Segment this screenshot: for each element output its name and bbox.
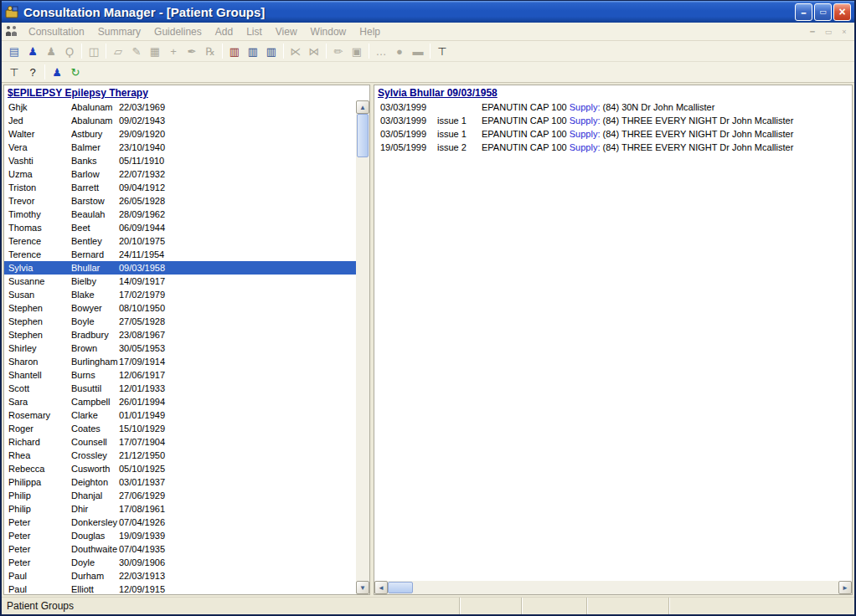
- vertical-scrollbar[interactable]: ▲ ▼: [356, 100, 369, 594]
- list-view-icon[interactable]: ⊤: [5, 64, 23, 80]
- menu-window[interactable]: Window: [304, 24, 353, 39]
- mdi-close-button[interactable]: ×: [838, 26, 851, 38]
- patient-row[interactable]: RogerCoates15/10/1929: [4, 422, 356, 435]
- menu-list[interactable]: List: [240, 24, 269, 39]
- help-icon[interactable]: ?: [23, 64, 42, 80]
- patient-row[interactable]: PeterDouthwaite07/04/1935: [4, 542, 356, 556]
- patient-row[interactable]: SylviaBhullar09/03/1958: [4, 261, 356, 275]
- medication-row[interactable]: 03/03/1999EPANUTIN CAP 100 Supply: (84) …: [374, 100, 852, 114]
- appointments-icon[interactable]: ◫: [85, 43, 103, 59]
- stamp-icon[interactable]: ▦: [146, 43, 164, 59]
- refresh-icon[interactable]: ↻: [66, 64, 85, 80]
- menu-help[interactable]: Help: [353, 24, 387, 39]
- patient-row[interactable]: PeterDoyle30/09/1906: [4, 556, 356, 569]
- patient-row[interactable]: SusanBlake17/02/1979: [4, 288, 356, 301]
- blue-book-icon[interactable]: ▥: [244, 43, 262, 59]
- patient-row[interactable]: VashtiBanks05/11/1910: [4, 154, 356, 167]
- patient-row[interactable]: GhjkAbalunam22/03/1969: [4, 100, 356, 114]
- patient-row[interactable]: JedAbalunam09/02/1943: [4, 114, 356, 127]
- patient-row[interactable]: RebeccaCusworth05/10/1925: [4, 462, 356, 475]
- patient-dob: 24/11/1954: [119, 249, 356, 259]
- patient-row[interactable]: PaulElliott12/09/1915: [4, 583, 356, 594]
- mdi-restore-button[interactable]: ▭: [822, 26, 835, 38]
- sign-icon[interactable]: ✒: [183, 43, 201, 59]
- table-icon[interactable]: ⊤: [433, 43, 451, 59]
- patient-row[interactable]: PhilippaDeighton03/01/1937: [4, 475, 356, 489]
- patient-row[interactable]: TerenceBentley20/10/1975: [4, 234, 356, 248]
- patient-row[interactable]: SusanneBielby14/09/1917: [4, 275, 356, 288]
- erase-icon[interactable]: ▱: [109, 43, 127, 59]
- vertical-scroll-thumb[interactable]: [357, 114, 369, 157]
- select-patient-2-icon[interactable]: ♟: [48, 64, 66, 80]
- scroll-right-button[interactable]: ►: [838, 581, 852, 594]
- close-button[interactable]: ×: [833, 3, 851, 21]
- merge-icon[interactable]: ⋈: [305, 43, 323, 59]
- record-icon[interactable]: ●: [390, 43, 409, 59]
- patient-dob: 12/01/1933: [119, 383, 356, 393]
- minimize-button[interactable]: ━: [795, 3, 812, 21]
- patient-row[interactable]: ThomasBeet06/09/1944: [4, 221, 356, 234]
- record-drug: EPANUTIN CAP 100: [482, 129, 570, 139]
- scroll-up-button[interactable]: ▲: [356, 100, 369, 114]
- medication-row[interactable]: 03/05/1999issue 1EPANUTIN CAP 100 Supply…: [374, 127, 852, 141]
- restore-button[interactable]: ▭: [814, 3, 832, 21]
- ellipsis-icon[interactable]: …: [372, 43, 390, 59]
- patient-row[interactable]: UzmaBarlow22/07/1932: [4, 167, 356, 181]
- patient-row[interactable]: TristonBarrett09/04/1912: [4, 181, 356, 194]
- patient-row[interactable]: PhilipDhir17/08/1961: [4, 502, 356, 516]
- patient-row[interactable]: StephenBoyle27/05/1928: [4, 315, 356, 328]
- medication-row[interactable]: 19/05/1999issue 2EPANUTIN CAP 100 Supply…: [374, 141, 852, 154]
- select-patient-icon[interactable]: ♟: [23, 43, 42, 59]
- patient-row[interactable]: StephenBradbury23/08/1967: [4, 328, 356, 341]
- patient-row[interactable]: RheaCrossley21/12/1950: [4, 449, 356, 462]
- cable-icon[interactable]: ▬: [409, 43, 427, 59]
- patient-row[interactable]: PaulDurham22/03/1913: [4, 569, 356, 583]
- patient-row[interactable]: SharonBurlingham17/09/1914: [4, 355, 356, 368]
- patient-row[interactable]: TerenceBernard24/11/1954: [4, 248, 356, 261]
- patient-row[interactable]: TimothyBeaulah28/09/1962: [4, 208, 356, 221]
- patient-row[interactable]: ShirleyBrown30/05/1953: [4, 341, 356, 355]
- menu-consultation[interactable]: Consultation: [22, 24, 91, 39]
- scroll-left-button[interactable]: ◄: [374, 581, 388, 594]
- document-icon[interactable]: ▣: [348, 43, 366, 59]
- scroll-down-button[interactable]: ▼: [356, 581, 369, 594]
- patient-row[interactable]: RichardCounsell17/07/1904: [4, 435, 356, 449]
- title-bar[interactable]: Consultation Manager - [Patient Groups] …: [2, 1, 854, 23]
- patient-row[interactable]: WalterAstbury29/09/1920: [4, 127, 356, 141]
- patient-row[interactable]: PeterDouglas19/09/1939: [4, 529, 356, 542]
- mdi-minimize-button[interactable]: ━: [806, 26, 819, 38]
- record-issue: issue 1: [437, 116, 482, 126]
- deselect-patient-icon[interactable]: ♟: [42, 43, 60, 59]
- menu-add[interactable]: Add: [209, 24, 240, 39]
- red-book-icon[interactable]: ▥: [225, 43, 244, 59]
- patient-first-name: Vera: [4, 142, 71, 152]
- patient-surname: Abalunam: [71, 102, 119, 112]
- patient-row[interactable]: SaraCampbell26/01/1994: [4, 395, 356, 408]
- link-icon[interactable]: ⋉: [286, 43, 305, 59]
- horizontal-scrollbar[interactable]: ◄ ►: [374, 581, 852, 594]
- patient-row[interactable]: PhilipDhanjal27/06/1929: [4, 489, 356, 502]
- prescription-icon[interactable]: ℞: [201, 43, 219, 59]
- patient-surname: Beaulah: [71, 209, 119, 219]
- blue-book-2-icon[interactable]: ▥: [262, 43, 281, 59]
- patient-row[interactable]: TrevorBarstow26/05/1928: [4, 194, 356, 208]
- edit-notes-icon[interactable]: ✎: [127, 43, 146, 59]
- pencil-icon[interactable]: ✏: [329, 43, 348, 59]
- patient-row[interactable]: ScottBusuttil12/01/1933: [4, 382, 356, 395]
- open-form-icon[interactable]: ▤: [5, 43, 23, 59]
- patient-row[interactable]: StephenBowyer08/10/1950: [4, 301, 356, 315]
- patient-row[interactable]: ShantellBurns12/06/1917: [4, 368, 356, 382]
- menu-summary[interactable]: Summary: [91, 24, 147, 39]
- medication-row[interactable]: 03/03/1999issue 1EPANUTIN CAP 100 Supply…: [374, 114, 852, 127]
- horizontal-scroll-thumb[interactable]: [388, 582, 413, 593]
- patient-dob: 23/08/1967: [119, 330, 356, 340]
- add-entry-icon[interactable]: +: [164, 43, 183, 59]
- patient-row[interactable]: VeraBalmer23/10/1940: [4, 141, 356, 154]
- find-patient-icon[interactable]: Ϙ: [60, 43, 79, 59]
- menu-view[interactable]: View: [269, 24, 304, 39]
- horizontal-scroll-track[interactable]: [388, 581, 838, 594]
- vertical-scroll-track[interactable]: [356, 114, 369, 581]
- patient-row[interactable]: PeterDonkersley07/04/1926: [4, 516, 356, 529]
- patient-row[interactable]: RosemaryClarke01/01/1949: [4, 408, 356, 422]
- menu-guidelines[interactable]: Guidelines: [147, 24, 209, 39]
